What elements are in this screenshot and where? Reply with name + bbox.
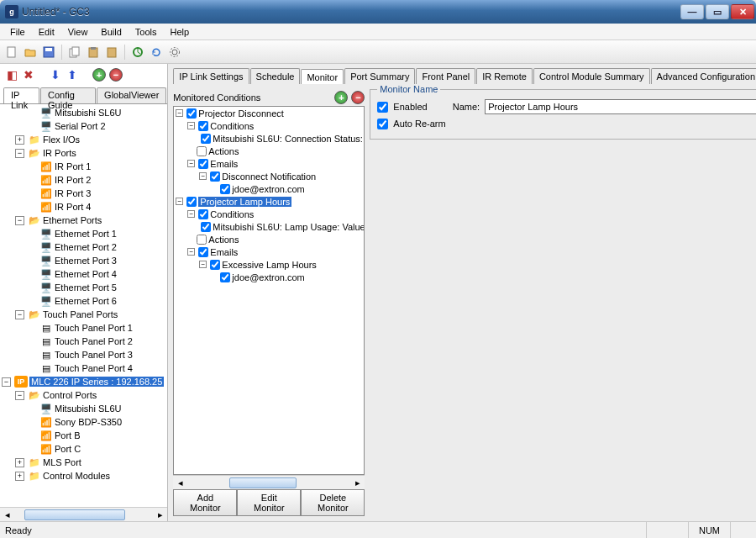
down-icon[interactable]: ⬇ [49,68,62,82]
mon-node[interactable]: −Projector Disconnect [176,107,364,119]
mon-node-selected[interactable]: −Projector Lamp Hours [176,195,364,208]
build-icon[interactable] [129,44,146,61]
tree-item[interactable]: 🖥️Ethernet Port 4 [29,267,167,281]
tree-item[interactable]: ▤Touch Panel Port 2 [29,335,167,348]
tree-item[interactable]: +📁Flex I/Os [15,133,167,146]
remove-condition-icon[interactable]: − [351,91,365,104]
tab-monitor[interactable]: Monitor [301,69,344,84]
tree-item[interactable]: +📁MLS Port [15,456,167,469]
tree-item[interactable]: ▤Touch Panel Port 4 [29,361,167,375]
mon-node[interactable]: −Emails [187,245,364,258]
tree-item[interactable]: 🖥️Mitsubishi SL6U [29,402,167,415]
copy-icon[interactable] [66,44,83,61]
tree-item[interactable]: 🖥️Ethernet Port 3 [29,254,167,267]
mon-node[interactable]: jdoe@extron.com [211,271,364,283]
tree-item[interactable]: 📶IR Port 1 [29,160,167,173]
device-tree[interactable]: 🖥️Mitsubishi SL6U 🖥️Serial Port 2 +📁Flex… [0,104,167,507]
tree-item[interactable]: ▤Touch Panel Port 1 [29,321,167,335]
tree-item[interactable]: −📂Control Ports [15,388,167,402]
mon-node[interactable]: Actions [187,233,364,245]
mon-scrollbar[interactable]: ◂ ▸ [173,475,365,489]
mon-node[interactable]: Mitsubishi SL6U: Lamp Usage: Value [199,220,364,233]
mon-node[interactable]: −Excessive Lamp Hours [199,258,364,271]
mon-node[interactable]: Actions [187,145,364,157]
open-icon[interactable] [22,44,39,61]
auto-rearm-checkbox[interactable] [377,119,388,129]
mon-node[interactable]: Mitsubishi SL6U: Connection Status: Disc… [199,132,364,145]
minimize-button[interactable]: — [680,4,704,19]
tree-item[interactable]: 📶Port C [29,442,167,456]
tree-item[interactable]: 🖥️Ethernet Port 1 [29,227,167,240]
tab-cm-summary[interactable]: Control Module Summary [533,68,650,84]
tree-item[interactable]: 🖥️Ethernet Port 2 [29,240,167,254]
titlebar: g Untitled* - GC3 — ▭ ✕ [0,0,756,24]
tree-item-selected[interactable]: −IPMLC 226 IP Series : 192.168.25 [2,375,167,388]
tree-item[interactable]: 📶IR Port 4 [29,200,167,214]
tab-globalviewer[interactable]: GlobalViewer [97,87,166,103]
svg-rect-6 [91,47,96,50]
device-icon[interactable]: ◧ [5,68,18,82]
mon-node[interactable]: −Conditions [187,119,364,132]
delete-monitor-button[interactable]: Delete Monitor [301,489,365,516]
tree-item[interactable]: 🖥️Serial Port 2 [29,119,167,133]
svg-rect-5 [89,48,97,57]
tree-item[interactable]: −📂Touch Panel Ports [15,308,167,321]
tab-front-panel[interactable]: Front Panel [416,68,475,84]
name-field[interactable] [485,99,756,114]
menubar: File Edit View Build Tools Help [0,24,756,40]
tree-item[interactable]: 🖥️Ethernet Port 6 [29,294,167,308]
close-button[interactable]: ✕ [731,4,754,19]
mon-node[interactable]: −Emails [187,157,364,170]
mon-node[interactable]: −Conditions [187,208,364,220]
status-ready: Ready [5,525,32,535]
tree-item[interactable]: 📶IR Port 3 [29,187,167,200]
menu-file[interactable]: File [3,25,32,39]
svg-point-10 [171,47,180,56]
tree-item[interactable]: 📶IR Port 2 [29,173,167,187]
tab-schedule[interactable]: Schedule [250,68,301,84]
sidebar-toolbar: ◧ ✖ ⬇ ⬆ + − [0,64,167,86]
svg-rect-3 [70,49,76,57]
new-icon[interactable] [3,44,20,61]
mon-node[interactable]: jdoe@extron.com [211,182,364,195]
sidebar-remove-icon[interactable]: − [109,68,123,82]
tree-item[interactable]: +📁Control Modules [15,469,167,483]
mon-node[interactable]: −Disconnect Notification [199,170,364,182]
tree-item[interactable]: −📂IR Ports [15,146,167,160]
menu-edit[interactable]: Edit [32,25,61,39]
monitored-tree[interactable]: −Projector Disconnect −Conditions Mitsub… [173,106,365,475]
tab-port-summary[interactable]: Port Summary [344,68,415,84]
tree-item[interactable]: 🖥️Mitsubishi SL6U [29,106,167,119]
sidebar-scrollbar[interactable]: ◂ ▸ [0,507,167,521]
menu-build[interactable]: Build [94,25,128,39]
sidebar: ◧ ✖ ⬇ ⬆ + − IP Link Config Guide GlobalV… [0,64,168,521]
right-panel: IP Link Settings Schedule Monitor Port S… [168,64,756,521]
tab-config-guide[interactable]: Config Guide [40,87,96,103]
tree-item[interactable]: 📶Sony BDP-S350 [29,415,167,429]
menu-tools[interactable]: Tools [129,25,164,39]
maximize-button[interactable]: ▭ [706,4,729,19]
tab-ip-link-settings[interactable]: IP Link Settings [173,68,249,84]
menu-view[interactable]: View [61,25,95,39]
add-condition-icon[interactable]: + [334,91,348,104]
enabled-checkbox[interactable] [377,102,388,113]
up-icon[interactable]: ⬆ [66,68,79,82]
tree-item[interactable]: ▤Touch Panel Port 3 [29,348,167,361]
tab-adv-config[interactable]: Advanced Configuration [651,68,756,84]
duplicate-icon[interactable] [103,44,120,61]
svg-rect-4 [72,47,79,55]
edit-monitor-button[interactable]: Edit Monitor [237,489,301,516]
add-monitor-button[interactable]: Add Monitor [173,489,237,516]
menu-help[interactable]: Help [164,25,197,39]
tree-item[interactable]: −📂Ethernet Ports [15,214,167,227]
refresh-icon[interactable] [148,44,165,61]
gear-icon[interactable] [166,44,183,61]
save-icon[interactable] [40,44,57,61]
sidebar-add-icon[interactable]: + [92,68,106,82]
paste-icon[interactable] [85,44,102,61]
tab-ir-remote[interactable]: IR Remote [476,68,533,84]
tree-item[interactable]: 🖥️Ethernet Port 5 [29,281,167,294]
tab-ip-link[interactable]: IP Link [3,87,39,103]
tree-item[interactable]: 📶Port B [29,429,167,442]
delete-device-icon[interactable]: ✖ [22,68,35,82]
